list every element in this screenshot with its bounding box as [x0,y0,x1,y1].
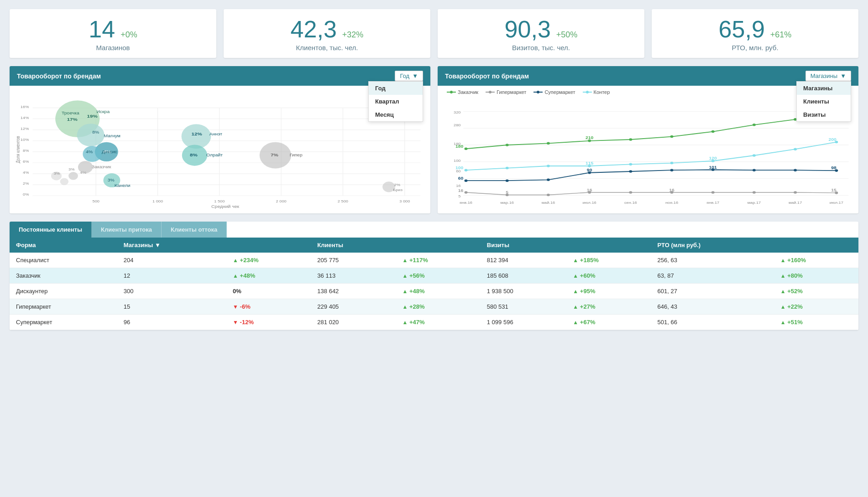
svg-point-115 [629,170,632,173]
legend-item-gipermkt: Гипермаркет [486,89,526,95]
cell-rto-change: ▲ +160% [774,253,858,268]
cell-vizity-change: ▲ +60% [566,268,651,284]
col-rto-change [774,238,858,253]
svg-text:1 000: 1 000 [152,199,163,203]
cell-forma: Заказчик [10,268,117,284]
svg-text:сен.16: сен.16 [624,201,637,205]
svg-text:16: 16 [458,188,464,193]
svg-text:8%: 8% [23,149,29,153]
svg-point-89 [670,135,674,138]
svg-point-127 [547,194,550,197]
dropdown-item-vizity[interactable]: Визиты [797,108,851,121]
cell-klienty: 229 405 [311,299,396,315]
svg-text:60: 60 [458,176,464,181]
bubble-chart-dropdown-selected: Год [400,72,409,79]
svg-text:5: 5 [506,190,508,195]
kpi-label-1: Клиентов, тыс. чел. [296,44,358,52]
svg-point-131 [711,191,715,194]
svg-text:2 500: 2 500 [338,199,348,203]
table-row: Дискаунтер 300 0% 138 642 ▲ +48% 1 938 5… [10,284,858,299]
kpi-change-3: +61% [770,30,792,40]
line-supermkt [466,170,837,181]
cell-rto: 646, 43 [651,299,774,315]
svg-point-119 [794,169,797,171]
line-chart-dropdown[interactable]: Магазины ▼ Магазины Клиенты Визиты [805,71,851,81]
svg-text:200: 200 [828,137,836,142]
bubble-chart-dropdown-menu: Год Квартал Месяц [368,81,423,122]
svg-text:12%: 12% [21,126,29,130]
dropdown-item-klienty[interactable]: Клиенты [797,95,851,108]
svg-text:3%: 3% [54,171,60,176]
cell-magaziny: 96 [117,315,226,330]
svg-point-90 [711,130,715,133]
dashboard: 14 +0% Магазинов 42,3 +32% Клиентов, тыс… [10,9,858,330]
arrow-up-icon: ▲ [573,257,578,264]
dropdown-item-magaziny[interactable]: Магазины [797,82,851,95]
svg-point-133 [794,191,797,194]
tab-pritok[interactable]: Клиенты притока [92,222,162,238]
kpi-change-0: +0% [120,30,137,40]
col-rto: РТО (млн руб.) [651,238,774,253]
cell-klienty: 205 775 [311,253,396,268]
svg-text:Гипер: Гипер [290,153,303,157]
svg-text:100: 100 [455,166,463,170]
line-chart-dropdown-selected: Магазины [810,72,838,79]
svg-text:ноя.16: ноя.16 [665,201,678,205]
cell-vizity-change: ▲ +95% [566,284,651,299]
cell-rto-change: ▲ +51% [774,315,858,330]
svg-text:3%: 3% [108,178,115,182]
bubble-chart-body: Доля клиентов 0% 2% 4% 6% 8% 10% 12% 14%… [10,86,430,213]
cell-rto-change: ▲ +52% [774,284,858,299]
svg-text:май.16: май.16 [542,201,555,205]
arrow-up-icon: ▲ [403,273,408,279]
dropdown-item-kvartal[interactable]: Квартал [369,95,423,108]
svg-point-98 [506,167,509,170]
bubble-diksis [83,146,102,162]
tab-postoyannye[interactable]: Постоянные клиенты [10,222,92,238]
col-magaziny-change [226,238,311,253]
svg-point-60 [586,91,589,93]
svg-text:120: 120 [709,156,717,160]
svg-text:2 000: 2 000 [276,199,287,203]
bubble-chart-title: Товарооборот по брендам [17,72,101,80]
legend-label-supermkt: Супермаркет [544,89,575,95]
sort-icon: ▼ [155,242,161,248]
line-chart-dropdown-button[interactable]: Магазины ▼ [805,71,851,81]
svg-text:Аннэт: Аннэт [209,132,223,136]
chevron-down-icon: ▼ [412,72,418,79]
arrow-up-icon: ▲ [780,257,786,264]
cell-klienty-change: ▲ +56% [396,268,481,284]
arrow-down-icon: ▼ [233,319,238,326]
arrow-down-icon: ▼ [233,304,238,310]
arrow-up-icon: ▲ [233,273,238,279]
svg-point-129 [629,191,632,194]
dropdown-item-god[interactable]: Год [369,82,423,95]
kpi-label-3: РТО, млн. руб. [732,44,778,52]
svg-text:Заказчик: Заказчик [92,165,112,169]
table-row: Заказчик 12 ▲ +48% 36 113 ▲ +56% 185 608… [10,268,858,284]
cell-vizity-change: ▲ +185% [566,253,651,268]
svg-text:17%: 17% [67,117,78,122]
svg-text:0%: 0% [23,192,29,197]
col-magaziny[interactable]: Магазины ▼ [117,238,226,253]
arrow-up-icon: ▲ [780,319,786,326]
svg-text:Олрайт: Олрайт [206,153,223,157]
arrow-up-icon: ▲ [780,288,786,295]
bubble-chart-dropdown-button[interactable]: Год ▼ [395,71,423,81]
dropdown-item-mesyac[interactable]: Месяц [369,108,423,121]
legend-item-supermkt: Супермаркет [533,89,575,95]
arrow-up-icon: ▲ [403,304,408,310]
svg-text:16: 16 [587,188,592,192]
cell-vizity: 812 394 [481,253,567,268]
svg-text:Диксис: Диксис [102,150,117,154]
svg-text:7%: 7% [271,152,278,157]
tab-ottok[interactable]: Клиенты оттока [162,222,227,238]
legend-label-zakazchik: Заказчик [458,89,478,95]
arrow-up-icon: ▲ [573,273,578,279]
cell-klienty: 281 020 [311,315,396,330]
line-zakazchik [466,111,837,149]
bubble-small3 [68,172,78,180]
cell-klienty-change: ▲ +117% [396,253,481,268]
cell-klienty-change: ▲ +48% [396,284,481,299]
bubble-chart-dropdown[interactable]: Год ▼ Год Квартал Месяц [395,71,423,81]
